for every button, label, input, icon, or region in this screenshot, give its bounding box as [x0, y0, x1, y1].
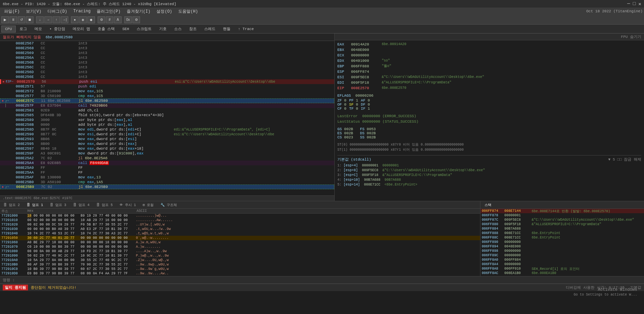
- disasm-row[interactable]: 008E25A4 E8 02E8B5 call F8440DAB: [0, 161, 334, 165]
- dump-tab-struct[interactable]: 🔧 구조체: [158, 202, 179, 208]
- disasm-table[interactable]: 008E2567 CC int3 008E2568 CC int3 008E25…: [0, 41, 334, 195]
- toolbar-step-into[interactable]: ↓: [36, 16, 44, 23]
- toolbar-step-out[interactable]: ↑: [53, 16, 60, 23]
- disasm-row[interactable]: 008E25A9 FF FF: [0, 165, 334, 170]
- disasm-row[interactable]: 008E2593 8B06 mov eax,dword ptr ds:[esi]: [0, 137, 334, 141]
- disasm-row-current[interactable]: ● EIP→ 008E2570 56 push esi esi:&"C:\\Us…: [0, 79, 334, 84]
- disasm-row[interactable]: 008E2567 CC int3: [0, 41, 334, 46]
- disasm-row[interactable]: 008E256A CC int3: [0, 55, 334, 60]
- disasm-row[interactable]: 008E2590 8B77 0C mov esi,dword ptr ds:[e…: [0, 132, 334, 137]
- menu-favorites[interactable]: 즐겨찾기(I): [124, 8, 153, 15]
- bp-col[interactable]: ●: [1, 80, 6, 84]
- disasm-row[interactable]: 008E2585 DF648B 3D fbld st(0),tword ptr …: [0, 113, 334, 118]
- menu-help[interactable]: 도움말(H): [176, 8, 201, 15]
- reg-esp: ESP 006FF874: [337, 69, 641, 74]
- tab-symbols[interactable]: 기호: [155, 25, 170, 33]
- reg-eax: EAX 00914A20 6be.00914A20: [337, 42, 641, 47]
- call-tab-stack[interactable]: 스택: [483, 202, 493, 208]
- window-controls[interactable]: ─ □ ✕: [627, 1, 641, 7]
- disasm-row[interactable]: 008E25AF B8 130000 mov eax,13: [0, 175, 334, 180]
- toolbar-comment[interactable]: A: [114, 16, 122, 23]
- tabs-bar: CPU 로그 메모 • 중단점 메모리 맵 호출 스택 SEH 스크립트 기호 …: [0, 25, 644, 33]
- disasm-row[interactable]: 008E259F A3 00C891 mov dword ptr ds:[91C…: [0, 151, 334, 156]
- close-btn[interactable]: ✕: [639, 1, 641, 7]
- disasm-row[interactable]: 008E2583 02E9 add ch,cl: [0, 108, 334, 113]
- disasm-row[interactable]: 008E256D CC int3: [0, 70, 334, 74]
- disasm-row[interactable]: 008E2569 CC int3: [0, 51, 334, 55]
- tab-call-stack[interactable]: 호출 스택: [94, 25, 119, 33]
- disasm-row[interactable]: 008E2577 3D C50100 cmp eax,1C5: [0, 94, 334, 98]
- toolbar-bp[interactable]: ●: [71, 16, 79, 23]
- tab-breakpoints[interactable]: • 중단점: [46, 25, 69, 33]
- toolbar-hw-bp[interactable]: ◆: [87, 16, 95, 23]
- tab-memory-map[interactable]: 메모리 맵: [69, 25, 94, 33]
- toolbar-step-over[interactable]: →: [44, 16, 52, 23]
- disasm-location-bar: .text:008E257C 6be.exe:$257C #197C: [0, 195, 334, 201]
- fpu-header[interactable]: FPU 숨기기: [335, 33, 644, 40]
- dump-tab-local[interactable]: ⊞ 로컬: [141, 202, 156, 208]
- maximize-btn[interactable]: □: [633, 1, 635, 7]
- command-input[interactable]: [16, 278, 641, 282]
- dump-content[interactable]: 77291000 18 00 00 00 00 00 00 00 B9 19 2…: [0, 214, 480, 276]
- disasm-row[interactable]: 008E256B CC int3: [0, 60, 334, 65]
- disasm-row[interactable]: │ 008E257F E8 E37504 call 74929B66: [0, 103, 334, 108]
- bp-col[interactable]: ●: [0, 99, 5, 103]
- disasm-row[interactable]: 008E256E CC int3: [0, 74, 334, 79]
- stdcall-controls[interactable]: ▼ 5 □□ 잠금 해제: [608, 157, 641, 162]
- dump-tab-4[interactable]: 🗄 덤프 4: [71, 202, 92, 208]
- disasm-row[interactable]: 008E25B0 3D A50100 cmp eax,1A5: [0, 180, 334, 185]
- toolbar-restart[interactable]: ↺: [18, 16, 25, 23]
- tab-trace[interactable]: ↑ Trace: [234, 26, 257, 32]
- toolbar-mem-bp[interactable]: ◈: [79, 16, 87, 23]
- dump-tab-1[interactable]: 🗄 덤프 1: [25, 202, 45, 208]
- disasm-row[interactable]: 008E2595 8B00 mov eax,dword ptr ds:[eax]: [0, 141, 334, 146]
- tab-script[interactable]: 스크립트: [133, 25, 155, 33]
- toolbar-run[interactable]: ▶: [1, 16, 9, 23]
- toolbar-run-to-cursor[interactable]: →|: [61, 16, 68, 23]
- dump-tab-2[interactable]: 🗄 덤프 2: [1, 202, 22, 208]
- reg-esi: ESI 009F5EC8 &"C:\\Users\\WDAGUtilityAcc…: [337, 74, 641, 80]
- disasm-row[interactable]: 008E25A2 7C 02 jl 6be.8E25A6: [0, 156, 334, 161]
- dump-hdr-ascii: ASCII: [137, 209, 147, 213]
- disasm-row[interactable]: 008E2589 3000 xor byte ptr ds:[eax],al: [0, 118, 334, 122]
- tab-memo[interactable]: 메모: [31, 25, 46, 33]
- disasm-row[interactable]: 008E25AA FF FF: [0, 170, 334, 175]
- instr-col: int3: [78, 46, 174, 50]
- toolbar-hex[interactable]: 0x: [124, 16, 132, 23]
- tab-log[interactable]: 로그: [16, 25, 31, 33]
- menu-debug[interactable]: 디버그(D): [45, 8, 70, 15]
- menu-plugins[interactable]: 플러그인(P): [94, 8, 123, 15]
- menu-view[interactable]: 보기(V): [23, 8, 44, 15]
- tab-source[interactable]: 소스: [170, 25, 185, 33]
- dump-tab-watch[interactable]: 👁 주시 1: [117, 202, 138, 208]
- disasm-row-selected[interactable]: ● ┌→ 008E257C 11 6be.8E2580 jl 6be.8E258…: [0, 98, 334, 103]
- disasm-row[interactable]: 008E2572 B8 210000 mov eax,1C5: [0, 89, 334, 94]
- bp-col[interactable]: ●: [0, 185, 5, 189]
- tab-cpu[interactable]: CPU: [1, 26, 16, 32]
- toolbar-pause[interactable]: ⏸: [10, 16, 17, 23]
- disasm-row[interactable]: 008E258B 0000 add byte ptr ds:[eax],al: [0, 122, 334, 127]
- date-display: Oct 18 2022 (TitanEngine): [586, 9, 643, 13]
- tab-threads[interactable]: 스레드: [200, 25, 219, 33]
- dump-tab-5[interactable]: 🗄 덤프 5: [94, 202, 115, 208]
- tab-seh[interactable]: SEH: [118, 26, 133, 32]
- disasm-row[interactable]: 008E256C CC int3: [0, 65, 334, 70]
- call-content[interactable]: 006FF874 008E7144 6be.008E7144로 반환 (발발: …: [480, 209, 644, 276]
- toolbar-settings2[interactable]: ⚙: [132, 16, 140, 23]
- disasm-row[interactable]: 008E2597 8B40 18 mov eax,dword ptr ds:[e…: [0, 146, 334, 151]
- tab-references[interactable]: 참조: [185, 25, 200, 33]
- menu-settings[interactable]: 설정(O): [154, 8, 175, 15]
- toolbar-assemble[interactable]: ⚙: [98, 16, 105, 23]
- disasm-row-sel2[interactable]: ● ┌→ 008E25B9 7C 02 jl 6be.8E25B9: [0, 185, 334, 189]
- toolbar-stop[interactable]: ⏹: [26, 16, 33, 23]
- disasm-row[interactable]: 008E258D 8B7F 0C mov edi,dword ptr ds:[e…: [0, 127, 334, 132]
- dump-tab-3[interactable]: 🗄 덤프 3: [48, 202, 68, 208]
- disasm-row[interactable]: 008E2571 57 push edi: [0, 84, 334, 89]
- minimize-btn[interactable]: ─: [627, 1, 630, 7]
- tab-handles[interactable]: 핸들: [219, 25, 234, 33]
- menu-file[interactable]: 파일(F): [1, 8, 23, 15]
- disasm-row[interactable]: 008E2568 CC int3: [0, 46, 334, 51]
- dump-row: 772910E0 00 00 00 00 00 00 00 00 00 E8 4…: [0, 276, 480, 276]
- toolbar-nop[interactable]: #: [106, 16, 113, 23]
- menu-tracing[interactable]: Tracing: [71, 8, 93, 14]
